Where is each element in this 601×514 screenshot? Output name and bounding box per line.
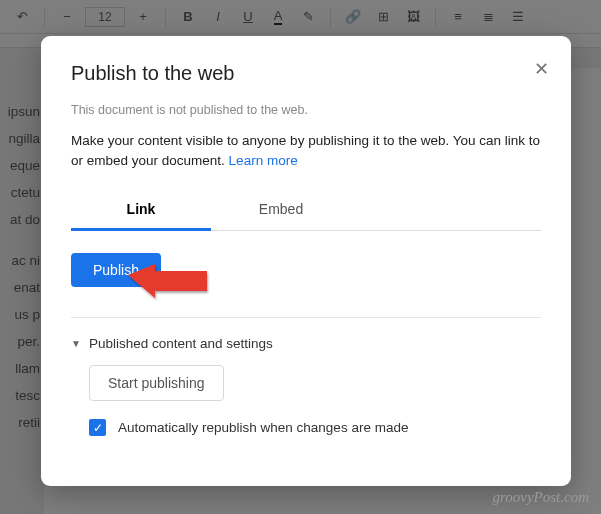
learn-more-link[interactable]: Learn more — [229, 153, 298, 168]
published-content-toggle[interactable]: ▼ Published content and settings — [71, 336, 541, 351]
divider — [71, 317, 541, 318]
dialog-description: Make your content visible to anyone by p… — [71, 131, 541, 170]
auto-republish-checkbox[interactable]: ✓ — [89, 419, 106, 436]
publish-button[interactable]: Publish — [71, 253, 161, 287]
publish-dialog: Publish to the web ✕ This document is no… — [41, 36, 571, 486]
tab-bar: Link Embed — [71, 190, 541, 231]
auto-republish-row: ✓ Automatically republish when changes a… — [89, 419, 541, 436]
watermark: groovyPost.com — [492, 489, 589, 506]
tab-link[interactable]: Link — [71, 190, 211, 231]
chevron-down-icon: ▼ — [71, 338, 81, 349]
auto-republish-label: Automatically republish when changes are… — [118, 420, 408, 435]
dialog-title: Publish to the web — [71, 62, 541, 85]
publish-status-text: This document is not published to the we… — [71, 103, 541, 117]
close-icon[interactable]: ✕ — [534, 60, 549, 78]
start-publishing-button[interactable]: Start publishing — [89, 365, 224, 401]
collapse-label: Published content and settings — [89, 336, 273, 351]
tab-embed[interactable]: Embed — [211, 190, 351, 230]
